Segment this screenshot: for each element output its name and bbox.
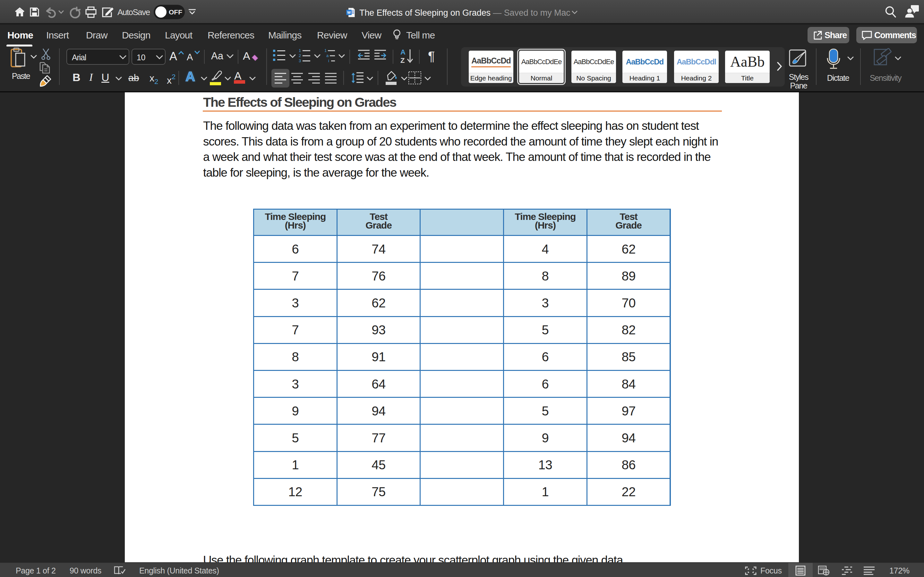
svg-text:a: a [326,53,329,58]
svg-text:A: A [401,48,405,56]
svg-text:1: 1 [325,48,326,53]
svg-text:i: i [328,58,329,63]
svg-text:Z: Z [401,56,405,64]
svg-text:1: 1 [299,48,301,53]
svg-text:3: 3 [299,58,301,63]
svg-text:2: 2 [299,53,301,58]
svg-text:W: W [347,11,351,15]
